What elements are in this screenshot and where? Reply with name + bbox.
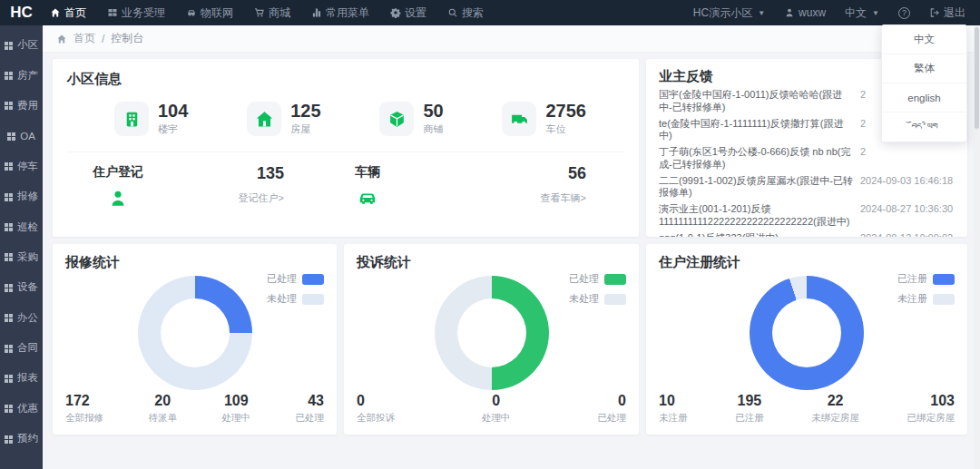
nav-iot[interactable]: 物联网 (186, 5, 233, 21)
sidebar-item-equipment[interactable]: 设备 (0, 272, 43, 302)
legend-item[interactable]: 已处理 (569, 272, 626, 286)
sidebar-item-label: 优惠 (17, 402, 38, 415)
nav-label: 商城 (269, 5, 290, 21)
sidebar-item-office[interactable]: 办公 (0, 303, 43, 333)
stat-houses: 125 房屋 (247, 102, 320, 136)
card-title: 小区信息 (67, 71, 624, 88)
community-info-secondary: 住户登记 135 登记住户> 车辆 (67, 151, 624, 209)
sidebar-item-label: 设备 (17, 280, 38, 294)
chevron-down-icon: ▼ (758, 9, 765, 17)
legend-label: 已注册 (897, 272, 927, 286)
community-selector[interactable]: HC演示小区 ▼ (693, 5, 765, 21)
feedback-time: 2 (860, 146, 955, 159)
feedback-text: 二二(9991-1-002)反馈房屋漏水(跟进中-已转报修单) (659, 175, 860, 200)
feedback-text: 演示业主(001-1-201)反馈 1111111111222222222222… (659, 203, 860, 229)
grid-icon (5, 41, 14, 50)
gear-icon (390, 7, 401, 18)
breadcrumb-home[interactable]: 首页 (74, 31, 95, 46)
stat-value: 22 (811, 393, 859, 409)
grid-icon (7, 132, 16, 141)
feedback-time: 2024-08-12 10:09:02 (860, 232, 955, 238)
chart-legend: 已注册 未注册 (897, 272, 955, 306)
sidebar-item-label: 小区 (17, 38, 38, 52)
vehicle-link[interactable]: 查看车辆> (541, 191, 586, 205)
sidebar-item-report[interactable]: 报表 (0, 363, 43, 393)
nav-home[interactable]: 首页 (50, 5, 86, 21)
help-icon: ? (898, 7, 910, 19)
legend-swatch (604, 274, 626, 285)
card-title: 投诉统计 (357, 254, 626, 271)
sidebar-item-parking[interactable]: 停车 (0, 151, 43, 181)
car-icon (358, 189, 377, 209)
chart-stats: 10未注册 195已注册 22未绑定房屋 103已绑定房屋 (659, 393, 955, 425)
sidebar-item-inspection[interactable]: 巡检 (0, 211, 43, 241)
search-icon (447, 7, 458, 18)
stat-label: 全部投诉 (357, 412, 395, 425)
stat-label: 楼宇 (158, 122, 188, 136)
nav-label: 搜索 (462, 5, 484, 21)
stat-value: 50 (423, 102, 443, 121)
language-selector[interactable]: 中文 ▼ (845, 5, 879, 21)
sidebar-item-repair[interactable]: 报修 (0, 181, 43, 211)
sidebar-item-property[interactable]: 房产 (0, 60, 43, 90)
chart-stats: 0全部投诉 0处理中 0已处理 (357, 393, 626, 425)
feedback-text: 国宇(金陵中国府-1-0011)反馈哈哈哈(跟进中-已转报修单) (659, 89, 860, 114)
nav-mall[interactable]: 商城 (254, 5, 290, 21)
menu-item-traditional[interactable]: 繁体 (882, 54, 966, 83)
legend-item[interactable]: 未处理 (569, 292, 626, 306)
legend-item[interactable]: 未注册 (897, 292, 955, 306)
legend-item[interactable]: 已注册 (897, 272, 955, 286)
chart-legend: 已处理 未处理 (267, 272, 324, 306)
list-item[interactable]: 丁子萌(东区1号办公楼-0-666)反馈 nb nb(完成-已转报修单)2 (659, 146, 955, 171)
logout-icon (929, 7, 940, 18)
feedback-time: 2024-08-27 10:36:30 (860, 203, 955, 216)
menu-item-english[interactable]: english (882, 83, 966, 112)
sidebar-item-label: 合同 (17, 341, 38, 355)
menu-item-tibetan[interactable]: བོད་ཡིག (882, 112, 966, 142)
menu-item-chinese[interactable]: 中文 (882, 25, 966, 54)
nav-business[interactable]: 业务受理 (107, 5, 165, 21)
sidebar-item-community[interactable]: 小区 (0, 30, 43, 60)
vertical-scrollbar[interactable] (974, 25, 980, 469)
sidebar-item-purchase[interactable]: 采购 (0, 242, 43, 272)
community-stats: 104 楼宇 125 房屋 (67, 88, 624, 136)
user-menu[interactable]: wuxw (784, 6, 826, 19)
sidebar-item-label: 停车 (17, 160, 38, 173)
registration-stats-card: 住户注册统计 已注册 未注册 10未注册 195已注册 22未绑定房屋 103已… (646, 244, 967, 435)
feedback-time: 2024-09-03 16:46:18 (860, 175, 955, 188)
nav-settings[interactable]: 设置 (390, 5, 426, 21)
sidebar-item-label: OA (20, 131, 35, 142)
logout-button[interactable]: 退出 (929, 5, 965, 21)
list-item[interactable]: qqq(1-0-1)反馈323(跟进中)2024-08-12 10:09:02 (659, 232, 955, 238)
list-item[interactable]: 二二(9991-1-002)反馈房屋漏水(跟进中-已转报修单)2024-09-0… (659, 175, 955, 200)
scrollbar-thumb[interactable] (975, 27, 979, 129)
box-icon (379, 102, 414, 136)
help-button[interactable]: ? (898, 7, 910, 19)
sidebar-item-appointment[interactable]: 预约 (0, 424, 43, 454)
topbar-right: HC演示小区 ▼ wuxw 中文 ▼ ? 退出 (693, 5, 980, 21)
nav-label: 物联网 (201, 5, 233, 21)
sidebar-item-oa[interactable]: OA (0, 121, 43, 151)
person-icon (108, 189, 128, 209)
sidebar-item-label: 费用 (17, 99, 38, 112)
nav-label: 首页 (64, 5, 86, 21)
sidebar-item-contract[interactable]: 合同 (0, 333, 43, 363)
stat-value: 0 (482, 393, 511, 409)
legend-swatch (604, 294, 626, 305)
nav-search[interactable]: 搜索 (447, 5, 484, 21)
list-item[interactable]: 演示业主(001-1-201)反馈 1111111111222222222222… (659, 203, 955, 229)
sidebar-item-fees[interactable]: 费用 (0, 91, 43, 121)
resident-link[interactable]: 登记住户> (239, 191, 284, 205)
sidebar-item-discount[interactable]: 优惠 (0, 394, 43, 424)
grid-icon (5, 71, 14, 80)
stat-label: 未绑定房屋 (811, 412, 859, 425)
stat-label: 未注册 (659, 412, 688, 425)
vehicle-count: 56 (568, 164, 586, 183)
grid-icon (5, 222, 14, 231)
legend-item[interactable]: 未处理 (267, 292, 324, 306)
nav-common-menu[interactable]: 常用菜单 (311, 5, 369, 21)
legend-item[interactable]: 已处理 (267, 272, 324, 286)
username: wuxw (799, 6, 826, 19)
grid-icon (107, 7, 118, 18)
stat-label: 待派单 (149, 412, 178, 425)
